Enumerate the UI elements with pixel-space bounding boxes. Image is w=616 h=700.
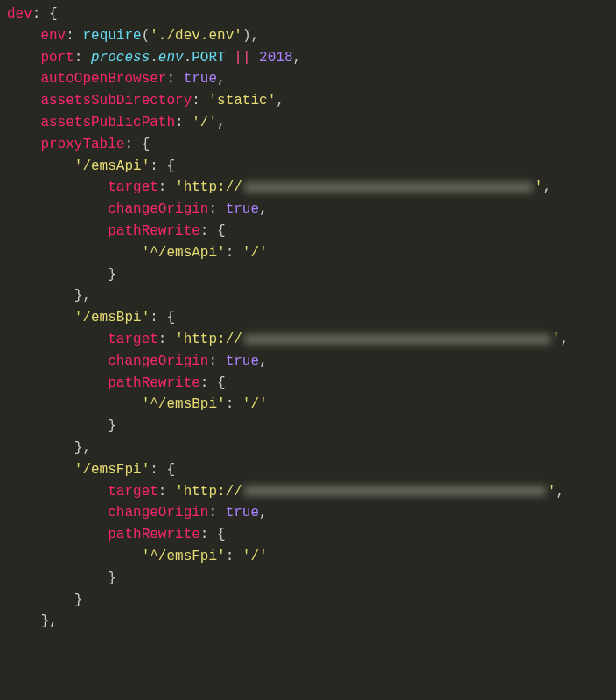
token-bool: true (184, 71, 217, 87)
token-string: '^/emsApi' (142, 245, 226, 261)
token-string: '/' (242, 245, 268, 261)
token-punct: : (208, 354, 225, 369)
token-punct: , (542, 179, 551, 195)
token-punct: : { (200, 527, 226, 542)
token-punct: : (226, 245, 242, 261)
code-line: } (7, 416, 609, 438)
token-string: 'http:// (175, 484, 242, 500)
token-string: 'static' (208, 93, 276, 108)
code-line: changeOrigin: true, (7, 351, 609, 373)
code-line: env: require('./dev.env'), (7, 25, 609, 47)
token-prop: pathRewrite (108, 223, 200, 239)
token-punct: : (74, 50, 91, 66)
token-prop: pathRewrite (108, 527, 200, 542)
token-punct: : (226, 549, 242, 564)
token-punct: } (74, 592, 83, 608)
token-punct: : { (200, 223, 226, 239)
token-punct: , (292, 50, 301, 66)
code-line: assetsSubDirectory: 'static', (7, 90, 609, 112)
token-prop: pathRewrite (108, 375, 200, 391)
token-number: 2018 (259, 50, 292, 66)
token-string: '^/emsFpi' (142, 549, 226, 564)
token-punct: , (82, 288, 91, 304)
token-punct: , (560, 332, 569, 347)
token-punct: } (108, 570, 116, 586)
token-ident: PORT (192, 50, 225, 66)
token-punct: : { (32, 6, 58, 22)
token-keyword: || (226, 50, 259, 66)
token-punct: : (175, 115, 192, 130)
token-prop: target (108, 484, 158, 500)
code-line: '^/emsFpi': '/' (7, 546, 609, 568)
token-string: ' (552, 332, 561, 347)
token-punct: ( (142, 28, 150, 44)
token-punct: : { (150, 462, 175, 478)
token-punct: : (158, 332, 175, 347)
code-line: pathRewrite: { (7, 373, 609, 395)
token-punct: . (184, 50, 192, 66)
token-punct: : (192, 93, 208, 108)
token-string: ' (548, 484, 556, 500)
code-line: autoOpenBrowser: true, (7, 68, 609, 90)
token-bool: true (226, 201, 259, 217)
code-line: proxyTable: { (7, 134, 609, 156)
token-prop: assetsSubDirectory (40, 93, 192, 108)
code-line: dev: { (7, 4, 609, 25)
token-punct: : { (150, 310, 175, 326)
token-bool: true (226, 505, 259, 521)
token-string: ' (535, 179, 543, 195)
code-line: assetsPublicPath: '/', (7, 112, 609, 134)
token-punct: , (259, 354, 268, 369)
token-punct: : (66, 28, 82, 44)
token-string: './dev.env' (150, 28, 242, 44)
token-punct: , (217, 71, 226, 87)
token-punct: : (158, 484, 175, 500)
token-punct: } (108, 267, 116, 283)
token-string: '/emsFpi' (74, 462, 150, 478)
token-prop: changeOrigin (108, 354, 208, 369)
token-string: '/' (242, 396, 268, 412)
token-string: 'http:// (175, 332, 242, 347)
token-punct: } (108, 418, 116, 434)
token-prop: target (108, 179, 158, 195)
token-prop: proxyTable (40, 136, 124, 152)
code-line: }, (7, 285, 609, 307)
token-var: process (91, 50, 150, 66)
token-string: '/' (192, 115, 217, 130)
token-prop: target (108, 332, 158, 347)
token-prop: changeOrigin (108, 201, 208, 217)
code-line: }, (7, 438, 609, 459)
token-ident: require (82, 28, 141, 44)
token-punct: , (259, 201, 268, 217)
code-line: } (7, 568, 609, 590)
redacted-content (244, 334, 550, 345)
token-punct: } (74, 440, 83, 456)
token-bool: true (226, 354, 259, 369)
token-punct: , (259, 505, 268, 521)
token-string: '/' (242, 549, 268, 564)
token-string: 'http:// (175, 179, 242, 195)
token-var: env (158, 50, 184, 66)
token-string: '/emsApi' (74, 158, 150, 174)
code-line: target: 'http://', (7, 481, 609, 503)
code-line: '/emsApi': { (7, 156, 609, 178)
code-line: port: process.env.PORT || 2018, (7, 47, 609, 69)
code-line: }, (7, 611, 609, 633)
token-punct: , (556, 484, 564, 500)
token-punct: , (250, 28, 259, 44)
token-punct: : (226, 396, 242, 412)
code-line: target: 'http://', (7, 177, 609, 199)
token-punct: , (82, 440, 91, 456)
code-line: '/emsBpi': { (7, 307, 609, 329)
token-punct: : { (124, 136, 150, 152)
code-line: '^/emsBpi': '/' (7, 394, 609, 416)
token-punct: } (74, 288, 83, 304)
token-punct: , (276, 93, 284, 108)
token-prop: autoOpenBrowser (40, 71, 166, 87)
token-punct: . (150, 50, 158, 66)
redacted-content (244, 486, 546, 496)
redacted-content (244, 182, 533, 192)
code-block: dev: { env: require('./dev.env'), port: … (7, 4, 609, 633)
token-prop: changeOrigin (108, 505, 208, 521)
code-line: changeOrigin: true, (7, 199, 609, 220)
